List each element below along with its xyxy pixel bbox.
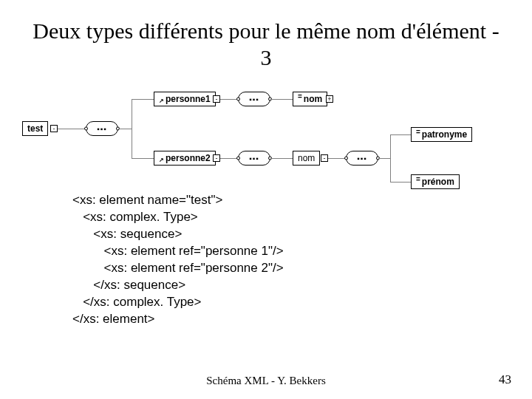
slide-title: Deux types différents pour le même nom d… <box>0 0 532 80</box>
schema-diagram: test - ▪▪▪ ↗personne1 - ▪▪▪ =nom + ↗pers… <box>15 84 517 188</box>
minus-tab-2: - <box>213 95 220 103</box>
label-patronyme: patronyme <box>422 129 467 140</box>
label-nom2: nom <box>298 153 315 163</box>
code-line: <xs: element name="test"> <box>72 193 222 207</box>
seq-root: ▪▪▪ <box>86 121 118 136</box>
label-prenom: prénom <box>422 177 454 187</box>
seq-p2: ▪▪▪ <box>238 151 270 166</box>
code-line: <xs: element ref="personne 2"/> <box>72 261 284 275</box>
label-nom1: nom <box>304 94 322 104</box>
plus-tab-1: + <box>326 95 333 103</box>
seq-p1: ▪▪▪ <box>238 92 270 106</box>
code-block: <xs: element name="test"> <xs: complex. … <box>0 191 532 328</box>
minus-tab-4: - <box>321 154 328 162</box>
code-line: </xs: element> <box>72 312 155 326</box>
code-line: <xs: complex. Type> <box>72 210 198 224</box>
label-personne2: personne2 <box>166 153 211 163</box>
code-line: </xs: sequence> <box>72 278 185 292</box>
node-nom-1: =nom <box>293 92 327 106</box>
node-personne2: ↗personne2 <box>154 151 216 166</box>
code-line: <xs: sequence> <box>72 227 182 241</box>
code-line: <xs: element ref="personne 1"/> <box>72 244 284 258</box>
seq-nom2: ▪▪▪ <box>346 151 378 166</box>
node-test: test <box>22 121 48 136</box>
node-patronyme: =patronyme <box>411 127 472 142</box>
label-personne1: personne1 <box>166 94 211 104</box>
node-nom-2: nom <box>293 151 320 166</box>
minus-tab-3: - <box>213 154 220 162</box>
footer-text: Schéma XML - Y. Bekkers <box>0 375 532 387</box>
node-personne1: ↗personne1 <box>154 92 216 106</box>
minus-tab: - <box>50 125 58 132</box>
page-number: 43 <box>499 372 511 387</box>
code-line: </xs: complex. Type> <box>72 295 202 309</box>
node-prenom: =prénom <box>411 174 460 189</box>
